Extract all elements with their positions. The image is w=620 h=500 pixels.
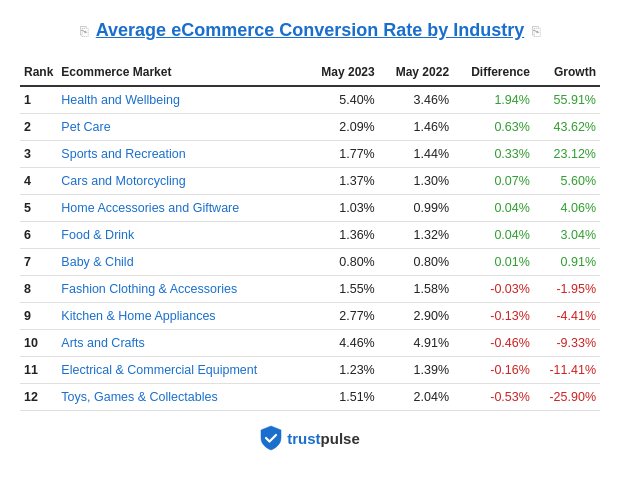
table-row: 12Toys, Games & Collectables1.51%2.04%-0… xyxy=(20,384,600,411)
cell-may2023: 1.51% xyxy=(304,384,378,411)
cell-may2023: 2.77% xyxy=(304,303,378,330)
corner-icon-right: ⎘ xyxy=(532,23,540,39)
table-row: 1Health and Wellbeing5.40%3.46%1.94%55.9… xyxy=(20,86,600,114)
table-header: Rank Ecommerce Market May 2023 May 2022 … xyxy=(20,59,600,86)
cell-difference: -0.46% xyxy=(453,330,534,357)
cell-may2022: 0.99% xyxy=(379,195,453,222)
cell-may2022: 1.46% xyxy=(379,114,453,141)
cell-growth: 23.12% xyxy=(534,141,600,168)
brand-name: trustpulse xyxy=(287,430,360,447)
cell-difference: 0.33% xyxy=(453,141,534,168)
page-title: Average eCommerce Conversion Rate by Ind… xyxy=(96,20,524,41)
cell-may2022: 4.91% xyxy=(379,330,453,357)
col-may2022: May 2022 xyxy=(379,59,453,86)
cell-rank: 1 xyxy=(20,86,57,114)
cell-may2022: 1.39% xyxy=(379,357,453,384)
table-row: 4Cars and Motorcycling1.37%1.30%0.07%5.6… xyxy=(20,168,600,195)
cell-market[interactable]: Sports and Recreation xyxy=(57,141,304,168)
brand-logo[interactable]: trustpulse xyxy=(260,425,360,451)
cell-rank: 12 xyxy=(20,384,57,411)
cell-difference: 0.04% xyxy=(453,195,534,222)
cell-market[interactable]: Baby & Child xyxy=(57,249,304,276)
table-body: 1Health and Wellbeing5.40%3.46%1.94%55.9… xyxy=(20,86,600,411)
cell-growth: -4.41% xyxy=(534,303,600,330)
cell-may2022: 2.04% xyxy=(379,384,453,411)
data-table: Rank Ecommerce Market May 2023 May 2022 … xyxy=(20,59,600,411)
cell-may2023: 0.80% xyxy=(304,249,378,276)
cell-may2023: 2.09% xyxy=(304,114,378,141)
cell-difference: 1.94% xyxy=(453,86,534,114)
cell-difference: 0.07% xyxy=(453,168,534,195)
table-row: 8Fashion Clothing & Accessories1.55%1.58… xyxy=(20,276,600,303)
table-row: 10Arts and Crafts4.46%4.91%-0.46%-9.33% xyxy=(20,330,600,357)
corner-icon-left: ⎘ xyxy=(80,23,88,39)
cell-growth: 5.60% xyxy=(534,168,600,195)
cell-may2023: 1.77% xyxy=(304,141,378,168)
table-row: 5Home Accessories and Giftware1.03%0.99%… xyxy=(20,195,600,222)
cell-market[interactable]: Kitchen & Home Appliances xyxy=(57,303,304,330)
cell-market[interactable]: Electrical & Commercial Equipment xyxy=(57,357,304,384)
cell-difference: 0.01% xyxy=(453,249,534,276)
cell-rank: 11 xyxy=(20,357,57,384)
cell-may2023: 1.03% xyxy=(304,195,378,222)
cell-rank: 7 xyxy=(20,249,57,276)
cell-growth: 4.06% xyxy=(534,195,600,222)
cell-may2023: 1.23% xyxy=(304,357,378,384)
cell-growth: 3.04% xyxy=(534,222,600,249)
cell-rank: 6 xyxy=(20,222,57,249)
cell-difference: -0.16% xyxy=(453,357,534,384)
cell-may2023: 1.37% xyxy=(304,168,378,195)
cell-growth: -11.41% xyxy=(534,357,600,384)
table-row: 9Kitchen & Home Appliances2.77%2.90%-0.1… xyxy=(20,303,600,330)
col-may2023: May 2023 xyxy=(304,59,378,86)
table-row: 3Sports and Recreation1.77%1.44%0.33%23.… xyxy=(20,141,600,168)
cell-may2022: 1.58% xyxy=(379,276,453,303)
col-difference: Difference xyxy=(453,59,534,86)
cell-growth: -25.90% xyxy=(534,384,600,411)
cell-growth: 0.91% xyxy=(534,249,600,276)
cell-may2022: 1.30% xyxy=(379,168,453,195)
col-growth: Growth xyxy=(534,59,600,86)
cell-market[interactable]: Food & Drink xyxy=(57,222,304,249)
cell-may2022: 1.32% xyxy=(379,222,453,249)
table-row: 2Pet Care2.09%1.46%0.63%43.62% xyxy=(20,114,600,141)
title-container: ⎘ Average eCommerce Conversion Rate by I… xyxy=(80,20,540,41)
cell-difference: 0.63% xyxy=(453,114,534,141)
cell-market[interactable]: Fashion Clothing & Accessories xyxy=(57,276,304,303)
cell-may2023: 1.36% xyxy=(304,222,378,249)
cell-growth: -1.95% xyxy=(534,276,600,303)
cell-rank: 8 xyxy=(20,276,57,303)
cell-may2022: 0.80% xyxy=(379,249,453,276)
table-row: 11Electrical & Commercial Equipment1.23%… xyxy=(20,357,600,384)
cell-may2022: 1.44% xyxy=(379,141,453,168)
cell-rank: 3 xyxy=(20,141,57,168)
shield-icon xyxy=(260,425,282,451)
cell-growth: 55.91% xyxy=(534,86,600,114)
cell-difference: -0.03% xyxy=(453,276,534,303)
cell-market[interactable]: Health and Wellbeing xyxy=(57,86,304,114)
cell-growth: -9.33% xyxy=(534,330,600,357)
col-market: Ecommerce Market xyxy=(57,59,304,86)
cell-market[interactable]: Toys, Games & Collectables xyxy=(57,384,304,411)
table-row: 7Baby & Child0.80%0.80%0.01%0.91% xyxy=(20,249,600,276)
table-row: 6Food & Drink1.36%1.32%0.04%3.04% xyxy=(20,222,600,249)
cell-rank: 5 xyxy=(20,195,57,222)
cell-may2023: 4.46% xyxy=(304,330,378,357)
cell-rank: 10 xyxy=(20,330,57,357)
cell-may2023: 1.55% xyxy=(304,276,378,303)
cell-difference: -0.53% xyxy=(453,384,534,411)
cell-market[interactable]: Arts and Crafts xyxy=(57,330,304,357)
cell-may2022: 2.90% xyxy=(379,303,453,330)
col-rank: Rank xyxy=(20,59,57,86)
cell-may2023: 5.40% xyxy=(304,86,378,114)
cell-growth: 43.62% xyxy=(534,114,600,141)
cell-market[interactable]: Pet Care xyxy=(57,114,304,141)
cell-market[interactable]: Cars and Motorcycling xyxy=(57,168,304,195)
cell-rank: 4 xyxy=(20,168,57,195)
cell-difference: -0.13% xyxy=(453,303,534,330)
cell-rank: 9 xyxy=(20,303,57,330)
cell-may2022: 3.46% xyxy=(379,86,453,114)
footer: trustpulse xyxy=(260,425,360,451)
cell-difference: 0.04% xyxy=(453,222,534,249)
cell-market[interactable]: Home Accessories and Giftware xyxy=(57,195,304,222)
